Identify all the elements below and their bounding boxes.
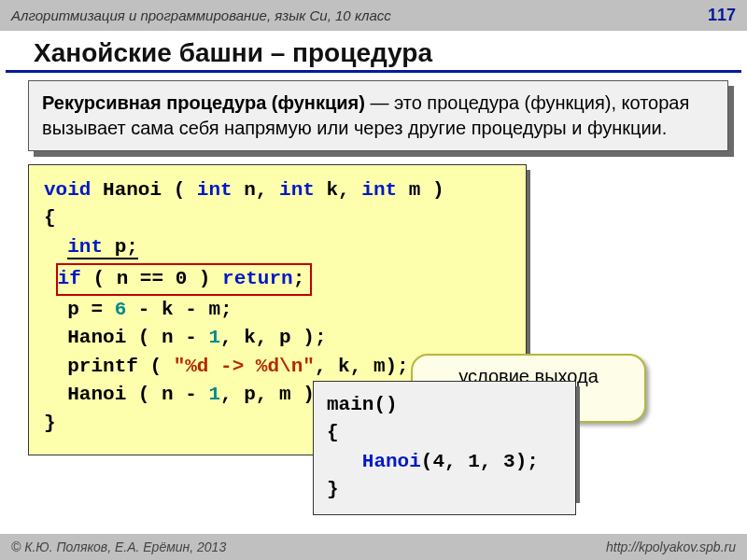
- main-line-3: Hanoi(4, 1, 3);: [327, 448, 560, 476]
- num-literal: 1: [208, 384, 220, 405]
- main-line-4: }: [327, 476, 560, 504]
- kw-int: int: [279, 179, 315, 201]
- exit-condition-highlight: if ( n == 0 ) return;: [56, 263, 313, 295]
- code-line-6: Hanoi ( n - 1, k, p );: [44, 324, 511, 352]
- num-literal: 6: [115, 299, 127, 320]
- page-number: 117: [708, 6, 736, 25]
- definition-content: Рекурсивная процедура (функция) — это пр…: [28, 80, 728, 151]
- header-bar: Алгоритмизация и программирование, язык …: [0, 0, 747, 31]
- slide-title: Ханойские башни – процедура: [6, 31, 741, 73]
- num-literal: 1: [208, 327, 220, 348]
- definition-box: Рекурсивная процедура (функция) — это пр…: [28, 80, 728, 151]
- kw-int: int: [361, 179, 397, 201]
- main-line-1: main(): [327, 391, 560, 419]
- code-line-2: {: [44, 204, 511, 232]
- footer-bar: © К.Ю. Поляков, Е.А. Ерёмин, 2013 http:/…: [0, 534, 747, 560]
- main-line-2: {: [327, 419, 560, 447]
- kw-int: int: [197, 179, 233, 201]
- code-line-4: if ( n == 0 ) return;: [44, 261, 511, 295]
- main-box-wrap: main() { Hanoi(4, 1, 3); }: [313, 381, 576, 515]
- hanoi-call: Hanoi: [362, 451, 421, 472]
- kw-if: if: [58, 268, 81, 289]
- definition-term: Рекурсивная процедура (функция): [42, 92, 365, 113]
- kw-void: void: [44, 179, 91, 201]
- kw-int: int: [67, 236, 103, 259]
- code-line-3: int p;: [44, 233, 511, 261]
- kw-return: return: [222, 268, 293, 289]
- string-literal: "%d -> %d\n": [174, 356, 315, 377]
- footer-url: http://kpolyakov.spb.ru: [606, 539, 736, 554]
- code-line-5: p = 6 - k - m;: [44, 296, 511, 324]
- course-title: Алгоритмизация и программирование, язык …: [11, 7, 391, 23]
- copyright: © К.Ю. Поляков, Е.А. Ерёмин, 2013: [11, 539, 226, 554]
- main-code-box: main() { Hanoi(4, 1, 3); }: [313, 381, 576, 515]
- code-line-1: void Hanoi ( int n, int k, int m ): [44, 176, 511, 204]
